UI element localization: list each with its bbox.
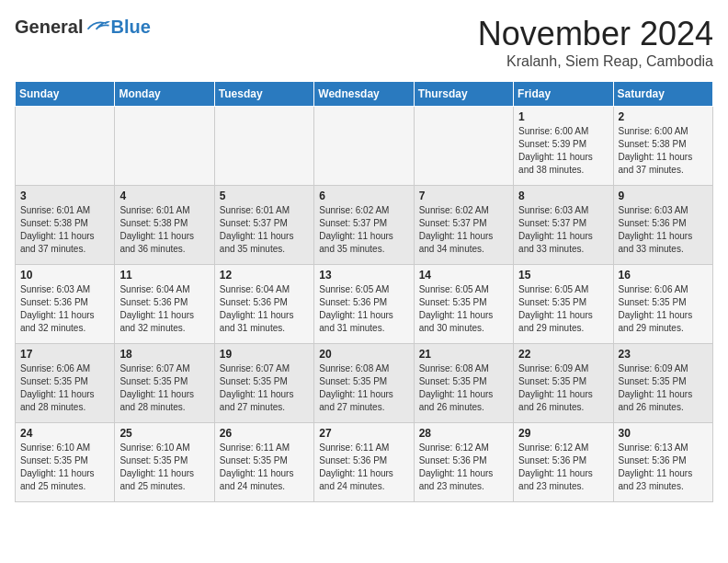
day-info: Sunrise: 6:06 AM Sunset: 5:35 PM Dayligh…: [619, 283, 708, 335]
day-number: 19: [220, 348, 309, 361]
day-number: 27: [319, 427, 408, 440]
day-number: 14: [419, 269, 508, 282]
day-cell: 5Sunrise: 6:01 AM Sunset: 5:37 PM Daylig…: [214, 186, 313, 265]
day-info: Sunrise: 6:04 AM Sunset: 5:36 PM Dayligh…: [220, 283, 309, 335]
weekday-header-saturday: Saturday: [613, 82, 712, 107]
day-info: Sunrise: 6:09 AM Sunset: 5:35 PM Dayligh…: [619, 362, 708, 414]
day-info: Sunrise: 6:08 AM Sunset: 5:35 PM Dayligh…: [419, 362, 508, 414]
weekday-header-row: SundayMondayTuesdayWednesdayThursdayFrid…: [16, 82, 713, 107]
weekday-header-sunday: Sunday: [16, 82, 115, 107]
day-info: Sunrise: 6:05 AM Sunset: 5:35 PM Dayligh…: [518, 283, 608, 335]
day-number: 9: [619, 190, 708, 202]
day-info: Sunrise: 6:01 AM Sunset: 5:37 PM Dayligh…: [220, 204, 309, 256]
day-cell: 23Sunrise: 6:09 AM Sunset: 5:35 PM Dayli…: [613, 344, 712, 423]
day-number: 1: [518, 110, 608, 123]
day-cell: 11Sunrise: 6:04 AM Sunset: 5:36 PM Dayli…: [115, 265, 214, 344]
day-cell: 19Sunrise: 6:07 AM Sunset: 5:35 PM Dayli…: [214, 344, 313, 423]
day-info: Sunrise: 6:03 AM Sunset: 5:37 PM Dayligh…: [518, 204, 608, 256]
day-number: 30: [619, 427, 708, 440]
day-number: 25: [119, 427, 209, 440]
day-cell: 2Sunrise: 6:00 AM Sunset: 5:38 PM Daylig…: [613, 107, 712, 186]
day-cell: 13Sunrise: 6:05 AM Sunset: 5:36 PM Dayli…: [314, 265, 414, 344]
day-cell: 7Sunrise: 6:02 AM Sunset: 5:37 PM Daylig…: [414, 186, 513, 265]
page-header: General Blue November 2024 Kralanh, Siem…: [15, 15, 713, 70]
logo-bird-icon: [85, 17, 110, 36]
day-info: Sunrise: 6:13 AM Sunset: 5:36 PM Dayligh…: [619, 442, 708, 493]
day-cell: [16, 107, 115, 186]
day-number: 23: [619, 348, 708, 361]
day-cell: 6Sunrise: 6:02 AM Sunset: 5:37 PM Daylig…: [314, 186, 414, 265]
weekday-header-thursday: Thursday: [414, 82, 513, 107]
logo: General Blue: [15, 15, 151, 39]
day-cell: 20Sunrise: 6:08 AM Sunset: 5:35 PM Dayli…: [314, 344, 414, 423]
week-row-3: 10Sunrise: 6:03 AM Sunset: 5:36 PM Dayli…: [16, 265, 713, 344]
day-cell: 4Sunrise: 6:01 AM Sunset: 5:38 PM Daylig…: [115, 186, 214, 265]
day-number: 15: [518, 269, 608, 282]
week-row-4: 17Sunrise: 6:06 AM Sunset: 5:35 PM Dayli…: [16, 344, 713, 423]
week-row-2: 3Sunrise: 6:01 AM Sunset: 5:38 PM Daylig…: [16, 186, 713, 265]
day-info: Sunrise: 6:02 AM Sunset: 5:37 PM Dayligh…: [419, 204, 508, 256]
day-cell: 9Sunrise: 6:03 AM Sunset: 5:36 PM Daylig…: [613, 186, 712, 265]
day-cell: [314, 107, 414, 186]
day-info: Sunrise: 6:07 AM Sunset: 5:35 PM Dayligh…: [119, 362, 209, 414]
day-cell: [214, 107, 313, 186]
day-number: 24: [20, 427, 109, 440]
day-number: 6: [319, 190, 408, 202]
day-number: 13: [319, 269, 408, 282]
day-cell: 8Sunrise: 6:03 AM Sunset: 5:37 PM Daylig…: [514, 186, 613, 265]
day-number: 29: [518, 427, 608, 440]
day-info: Sunrise: 6:10 AM Sunset: 5:35 PM Dayligh…: [20, 442, 109, 493]
day-info: Sunrise: 6:03 AM Sunset: 5:36 PM Dayligh…: [20, 283, 109, 335]
weekday-header-monday: Monday: [115, 82, 214, 107]
day-info: Sunrise: 6:00 AM Sunset: 5:38 PM Dayligh…: [619, 125, 708, 177]
day-cell: 25Sunrise: 6:10 AM Sunset: 5:35 PM Dayli…: [115, 423, 214, 502]
day-number: 8: [518, 190, 608, 202]
month-title: November 2024: [478, 15, 713, 53]
day-info: Sunrise: 6:01 AM Sunset: 5:38 PM Dayligh…: [20, 204, 109, 256]
day-number: 16: [619, 269, 708, 282]
calendar-table: SundayMondayTuesdayWednesdayThursdayFrid…: [15, 81, 713, 502]
location-title: Kralanh, Siem Reap, Cambodia: [478, 53, 713, 70]
day-number: 26: [220, 427, 309, 440]
day-info: Sunrise: 6:00 AM Sunset: 5:39 PM Dayligh…: [518, 125, 608, 177]
day-info: Sunrise: 6:02 AM Sunset: 5:37 PM Dayligh…: [319, 204, 408, 256]
day-number: 20: [319, 348, 408, 361]
logo-general: General: [15, 15, 83, 39]
day-info: Sunrise: 6:08 AM Sunset: 5:35 PM Dayligh…: [319, 362, 408, 414]
day-cell: 21Sunrise: 6:08 AM Sunset: 5:35 PM Dayli…: [414, 344, 513, 423]
day-info: Sunrise: 6:05 AM Sunset: 5:35 PM Dayligh…: [419, 283, 508, 335]
day-info: Sunrise: 6:11 AM Sunset: 5:36 PM Dayligh…: [319, 442, 408, 493]
day-number: 12: [220, 269, 309, 282]
day-cell: [414, 107, 513, 186]
day-number: 28: [419, 427, 508, 440]
day-info: Sunrise: 6:04 AM Sunset: 5:36 PM Dayligh…: [119, 283, 209, 335]
day-info: Sunrise: 6:09 AM Sunset: 5:35 PM Dayligh…: [518, 362, 608, 414]
day-info: Sunrise: 6:01 AM Sunset: 5:38 PM Dayligh…: [119, 204, 209, 256]
day-cell: 15Sunrise: 6:05 AM Sunset: 5:35 PM Dayli…: [514, 265, 613, 344]
day-info: Sunrise: 6:11 AM Sunset: 5:35 PM Dayligh…: [220, 442, 309, 493]
day-info: Sunrise: 6:03 AM Sunset: 5:36 PM Dayligh…: [619, 204, 708, 256]
weekday-header-wednesday: Wednesday: [314, 82, 414, 107]
day-info: Sunrise: 6:10 AM Sunset: 5:35 PM Dayligh…: [119, 442, 209, 493]
day-cell: 22Sunrise: 6:09 AM Sunset: 5:35 PM Dayli…: [514, 344, 613, 423]
day-number: 3: [20, 190, 109, 202]
weekday-header-friday: Friday: [514, 82, 613, 107]
day-number: 11: [119, 269, 209, 282]
day-number: 21: [419, 348, 508, 361]
day-cell: 28Sunrise: 6:12 AM Sunset: 5:36 PM Dayli…: [414, 423, 513, 502]
day-info: Sunrise: 6:12 AM Sunset: 5:36 PM Dayligh…: [419, 442, 508, 493]
title-block: November 2024 Kralanh, Siem Reap, Cambod…: [478, 15, 713, 70]
day-cell: 17Sunrise: 6:06 AM Sunset: 5:35 PM Dayli…: [16, 344, 115, 423]
day-info: Sunrise: 6:05 AM Sunset: 5:36 PM Dayligh…: [319, 283, 408, 335]
day-number: 17: [20, 348, 109, 361]
day-number: 7: [419, 190, 508, 202]
day-cell: 1Sunrise: 6:00 AM Sunset: 5:39 PM Daylig…: [514, 107, 613, 186]
day-cell: 12Sunrise: 6:04 AM Sunset: 5:36 PM Dayli…: [214, 265, 313, 344]
day-info: Sunrise: 6:12 AM Sunset: 5:36 PM Dayligh…: [518, 442, 608, 493]
week-row-5: 24Sunrise: 6:10 AM Sunset: 5:35 PM Dayli…: [16, 423, 713, 502]
day-info: Sunrise: 6:06 AM Sunset: 5:35 PM Dayligh…: [20, 362, 109, 414]
day-number: 10: [20, 269, 109, 282]
day-info: Sunrise: 6:07 AM Sunset: 5:35 PM Dayligh…: [220, 362, 309, 414]
day-number: 4: [119, 190, 209, 202]
day-number: 22: [518, 348, 608, 361]
